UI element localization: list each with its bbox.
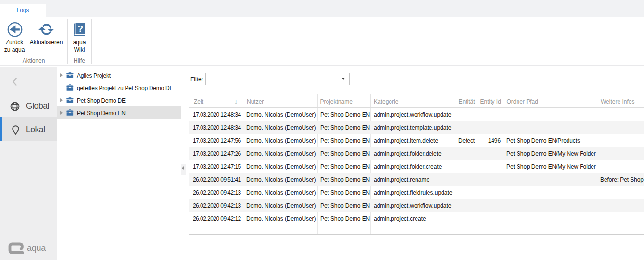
svg-text:?: ? xyxy=(77,24,83,34)
